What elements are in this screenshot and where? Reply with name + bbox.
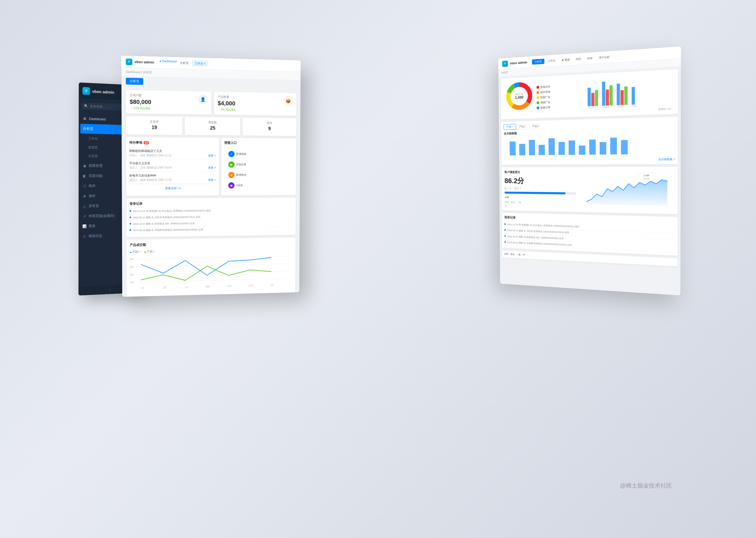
legend-color-1	[537, 86, 539, 88]
stat-label-inventory: 库存	[246, 121, 293, 125]
sidebar-item-label: 组件	[89, 184, 96, 188]
permission-icon: ◉	[82, 164, 87, 168]
product-tab-3[interactable]: 产品三	[530, 123, 542, 129]
quick-access-list: + 新增绩效 ▶ 开始任务 ★ 新增角色 ◉ +添加	[224, 147, 294, 192]
qa-label-3: 新增角色	[236, 173, 246, 177]
log-dot-2	[130, 216, 131, 218]
qa-item-3[interactable]: ★ 新增角色	[226, 170, 291, 180]
legend-color-5	[537, 106, 539, 109]
score-label-2: 差劲	[511, 201, 515, 204]
right-header-logo: V	[502, 60, 508, 67]
right-tab-org[interactable]: 组织	[573, 56, 584, 62]
right-tab-workspace[interactable]: 工作台	[545, 58, 558, 64]
legend-item-3: 联盟广告	[537, 95, 550, 99]
right-log-dot-3	[504, 235, 506, 237]
score-tags: 34	[505, 205, 576, 209]
qa-item-2[interactable]: ▶ 开始任务	[226, 160, 292, 169]
qa-item-4[interactable]: ◉ +添加	[226, 181, 291, 190]
nav-workspace[interactable]: 工作台 ×	[192, 60, 209, 67]
svg-text:四月: 四月	[206, 285, 210, 288]
svg-text:一月: 一月	[140, 287, 144, 290]
view-more-link[interactable]: 当月销售额 >	[658, 158, 675, 161]
legend-color-2	[537, 91, 539, 93]
progress-title: 客户满意度分	[504, 170, 576, 174]
app-name: vben admin	[92, 89, 114, 94]
stat-card-inventory: 库存 9	[243, 118, 296, 136]
right-tab-tags[interactable]: 标签	[585, 55, 595, 61]
todo-more-link[interactable]: 查看全部 >>	[129, 184, 216, 192]
legend-label-3: 联盟广告	[540, 95, 550, 99]
svg-text:访问量: 访问量	[643, 178, 649, 180]
donut-section: 全部订单 1,430 直接访问 邮件营销 联盟广告	[501, 69, 678, 120]
todo-link-1[interactable]: 查看 >	[208, 154, 216, 158]
sidebar-item-label: 外部页面(会缓存)	[89, 214, 115, 219]
log-text-3: 1993-12-07 顾客 在 联系电话 400...0000021320000…	[133, 222, 195, 226]
sidebar-item-label: 错误日志	[89, 234, 102, 239]
legend-label-4: 视频广告	[541, 100, 550, 104]
sidebar-item-label: Dashboard	[89, 117, 106, 121]
qa-label-1: 新增绩效	[236, 152, 247, 156]
stat-change-products: ↗ 3% 同比增长	[217, 108, 236, 112]
right-log-section: 登录记录 2013-12-19 有 张明(陕) 在 办公地点1 联系电话 130…	[502, 213, 678, 256]
svg-rect-44	[510, 141, 516, 155]
svg-text:三月: 三月	[184, 286, 188, 289]
chart-title: 产品成交额	[130, 241, 292, 247]
stat-card-revenue: 查收数 25	[185, 117, 240, 135]
svg-rect-51	[579, 145, 586, 155]
svg-text:二月: 二月	[162, 286, 166, 289]
log-title: 登录记录	[129, 201, 293, 206]
qa-icon-1: +	[228, 151, 235, 157]
nav-analysis[interactable]: 分析页	[177, 60, 191, 67]
todo-card: 待办事项 12 刚刚收到商场电话了几天 交易人：赵磊 爱购药店 1996-12-…	[126, 137, 219, 196]
more-label[interactable]: 当月销售额 >	[504, 156, 675, 162]
svg-rect-52	[589, 139, 595, 155]
stat-label-users: 总用户数	[130, 93, 151, 98]
svg-text:1,150: 1,150	[644, 174, 649, 177]
log-dot-3	[130, 223, 131, 225]
svg-rect-33	[606, 89, 609, 106]
sidebar-item-label: 异常页	[89, 204, 99, 208]
stat-value-users: $80,000	[130, 98, 151, 106]
todo-item-1: 刚刚收到商场电话了几天 交易人：赵磊 爱购药店 1996-12-22 查看 >	[129, 147, 216, 160]
line-chart-svg: 400 300 200 100 一月 二月 三月	[130, 253, 292, 293]
sidebar-item-label: 权限管理	[89, 163, 102, 168]
svg-rect-54	[610, 138, 617, 155]
score-sub: 分析	[504, 196, 576, 200]
stat-card-products: 产品数量 $4,000 ↗ 3% 同比增长 📦	[214, 92, 296, 116]
stat-label-products: 产品数量	[217, 95, 236, 99]
svg-line-4	[136, 256, 290, 259]
sidebar-item-label: 页面功能	[89, 173, 102, 178]
legend-label-5: 搜索引擎	[541, 106, 550, 110]
right-log-dot-4	[504, 241, 506, 243]
svg-rect-38	[632, 87, 635, 105]
svg-line-7	[136, 279, 290, 282]
header-nav: ● Dashboard 分析页 工作台 ×	[160, 59, 209, 67]
score-tag-1: 34	[505, 205, 507, 207]
svg-rect-30	[591, 93, 594, 106]
stat-label-releases: 支发布	[130, 119, 178, 124]
qa-icon-2: ▶	[228, 161, 235, 168]
scene: V vben admin 🔍 ⊞ Dashboard ∧ 分析页 工作台 欢迎页…	[63, 32, 693, 506]
right-tab-data[interactable]: ★ 数据	[559, 57, 572, 63]
log-text-2: 2003-05-13 顾客 在 兴旺市 联系电话 220003330202700…	[133, 215, 201, 219]
todo-link-2[interactable]: 查看 >	[208, 166, 216, 170]
stat-value-inventory: 9	[246, 126, 293, 132]
svg-text:产品3: 产品3	[618, 106, 623, 108]
products-icon: 📦	[283, 96, 293, 106]
components-icon: ⬡	[82, 184, 87, 188]
svg-text:六月: 六月	[249, 284, 253, 287]
right-tab-analysis[interactable]: 分析页	[532, 59, 544, 65]
product-tab-2[interactable]: 产品二	[516, 124, 529, 130]
svg-rect-46	[529, 140, 535, 155]
right-log-text-1: 2013-12-19 有 张明(陕) 在 办公地点1 联系电话 13000000…	[507, 223, 580, 228]
log-text-4: 1974-09-16 顾客 在 本地商 联系电话 400000030300210…	[133, 228, 203, 232]
todo-link-3[interactable]: 查看 >	[208, 178, 216, 182]
monthly-sales-svg	[504, 133, 675, 157]
stats-row-2: 支发布 19 查收数 25 库存 9	[121, 116, 300, 139]
legend-1: 产品一	[130, 250, 141, 254]
area-chart-svg: 1,150 访问量	[580, 170, 674, 209]
qa-item-1[interactable]: + 新增绩效	[226, 149, 292, 159]
product-tab-1[interactable]: 产品一	[503, 124, 516, 130]
svg-line-5	[136, 264, 290, 267]
right-tab-user-analysis[interactable]: 用户分析	[596, 54, 612, 60]
